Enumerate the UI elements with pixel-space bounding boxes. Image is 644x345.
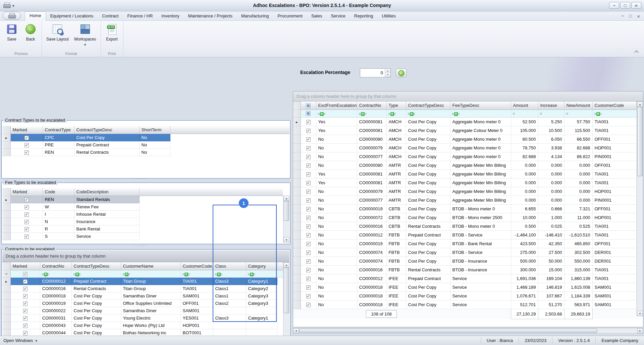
row-checkbox-cell[interactable]: [10, 225, 43, 232]
grid-cell[interactable]: BTOB - Bank Rental: [450, 239, 511, 248]
grid-cell[interactable]: 6.050: [538, 135, 564, 143]
grid-cell[interactable]: TIA001: [592, 265, 637, 274]
tab-reporting[interactable]: Reporting: [350, 12, 377, 20]
grid-cell[interactable]: TIA001: [180, 285, 213, 292]
grid-cell[interactable]: CO0000077: [357, 152, 386, 161]
grid-cell[interactable]: PIN0001: [592, 152, 637, 161]
grid-cell[interactable]: IFEE: [386, 291, 406, 300]
checkbox-checked-icon[interactable]: [24, 198, 29, 202]
grid-cell[interactable]: Inhouse Rental: [74, 210, 139, 218]
column-header-contracttypedesc[interactable]: ContractTypeDesc: [74, 126, 139, 134]
grid-cell[interactable]: CPC: [43, 134, 74, 141]
grid-cell[interactable]: TIA001: [592, 117, 637, 126]
grid-cell[interactable]: BTOB - Service: [450, 230, 511, 239]
grid-cell[interactable]: 0.000: [511, 178, 538, 187]
grid-cell[interactable]: YES001: [180, 314, 213, 322]
scrollbar-thumb[interactable]: [284, 268, 289, 313]
grid-cell[interactable]: CO0000079: [357, 187, 386, 196]
grid-cell[interactable]: CO0000018: [40, 292, 71, 299]
grid-cell[interactable]: SAM001: [592, 283, 637, 291]
tab-maintenance-projects[interactable]: Maintenance / Projects: [184, 12, 237, 20]
grid-cell[interactable]: 42.350: [538, 239, 564, 248]
tab-equipment-locations[interactable]: Equipment / Locations: [46, 12, 98, 20]
filter-cell[interactable]: =: [538, 110, 564, 117]
grid-cell[interactable]: OFF001: [592, 204, 637, 213]
grid-cell[interactable]: No: [316, 143, 357, 152]
grid-cell[interactable]: Service: [450, 291, 511, 300]
table-row[interactable]: CO0000012Prepaid ContractTitan GroupTIA0…: [2, 277, 283, 285]
scrollbar-track[interactable]: [283, 201, 289, 237]
close-button[interactable]: [631, 2, 641, 9]
checkbox-checked-icon[interactable]: [24, 205, 29, 209]
grid-cell[interactable]: No: [316, 222, 357, 230]
grid-cell[interactable]: 15.000: [538, 265, 564, 274]
grid-cell[interactable]: 50.000: [538, 257, 564, 265]
splitter-handle[interactable]: [134, 178, 147, 180]
row-checkbox-cell[interactable]: [301, 126, 316, 135]
grid-cell[interactable]: Titan Group: [121, 285, 180, 292]
scroll-down-icon[interactable]: [283, 237, 289, 243]
row-checkbox-cell[interactable]: [10, 203, 43, 210]
checkbox-checked-icon[interactable]: [24, 136, 29, 140]
grid-cell[interactable]: No: [316, 300, 357, 309]
grid-cell[interactable]: 0.000: [538, 161, 564, 169]
row-checkbox-cell[interactable]: [301, 152, 316, 161]
tab-sales[interactable]: Sales: [307, 12, 327, 20]
grid-cell[interactable]: BOT0001: [180, 329, 213, 336]
column-header-increase[interactable]: Increase: [538, 101, 564, 110]
grid-cell[interactable]: 0.000: [564, 178, 592, 187]
vertical-scrollbar[interactable]: [637, 101, 643, 316]
column-header-marked[interactable]: Marked: [10, 126, 43, 134]
grid-cell[interactable]: CO0000031: [40, 314, 71, 322]
row-checkbox-cell[interactable]: [301, 239, 316, 248]
scroll-up-icon[interactable]: [637, 101, 643, 107]
grid-cell[interactable]: 11.000: [564, 213, 592, 222]
table-row[interactable]: YesCO0000081AMCHCost Per CopyAggregate C…: [293, 126, 637, 135]
grid-cell[interactable]: Cost Per Copy: [406, 169, 450, 178]
grid-cell[interactable]: BTOB - Mono meter 2500: [450, 213, 511, 222]
column-header-customercode[interactable]: CustomerCode: [180, 262, 213, 270]
grid-cell[interactable]: 1,860.139: [564, 274, 592, 283]
filter-cell[interactable]: aBc: [592, 110, 637, 117]
grid-cell[interactable]: No: [316, 196, 357, 204]
grid-cell[interactable]: 465.850: [564, 239, 592, 248]
checkbox-checked-icon[interactable]: [306, 163, 311, 168]
grid-cell[interactable]: CBTB: [386, 222, 406, 230]
row-checkbox-cell[interactable]: [10, 299, 40, 307]
table-row[interactable]: NoCO0000074FBTBCost Per CopyBTOB - Servi…: [293, 248, 637, 257]
row-checkbox-cell[interactable]: [301, 213, 316, 222]
row-checkbox-cell[interactable]: [301, 265, 316, 274]
checkbox-checked-icon[interactable]: [23, 301, 28, 306]
grid-cell[interactable]: Aggregate Colour Meter 0: [450, 126, 511, 135]
grid-cell[interactable]: Insurance: [74, 218, 139, 225]
checkbox-checked-icon[interactable]: [306, 259, 311, 264]
grid-cell[interactable]: 51.270: [538, 300, 564, 309]
grid-cell[interactable]: [246, 307, 277, 314]
grid-cell[interactable]: Cost Per Copy: [406, 239, 450, 248]
tab-utilities[interactable]: Utilities: [377, 12, 400, 20]
grid-cell[interactable]: Cost Per Copy: [406, 117, 450, 126]
row-checkbox-cell[interactable]: [301, 257, 316, 265]
grid-cell[interactable]: 300.000: [511, 265, 538, 274]
row-checkbox-cell[interactable]: [10, 277, 40, 285]
grid-cell[interactable]: Cost Per Copy: [406, 283, 450, 291]
row-checkbox-cell[interactable]: [10, 232, 43, 240]
filter-cell[interactable]: [10, 270, 40, 277]
grid-cell[interactable]: 500.000: [511, 257, 538, 265]
grid-cell[interactable]: 10.500: [538, 126, 564, 135]
grid-cell[interactable]: I: [43, 210, 74, 218]
application-menu-button[interactable]: [3, 12, 21, 20]
grid-cell[interactable]: Category3: [246, 299, 277, 307]
row-checkbox-cell[interactable]: [10, 218, 43, 225]
grid-cell[interactable]: BTOB - Mono meter 0: [450, 204, 511, 213]
grid-cell[interactable]: CO0000019: [40, 299, 71, 307]
grid-cell[interactable]: Bothas Networking inc: [121, 329, 180, 336]
grid-cell[interactable]: CO0000018: [357, 283, 386, 291]
grid-cell[interactable]: Aggregate Meter Min Billing: [450, 187, 511, 196]
grid-cell[interactable]: 6.655: [511, 204, 538, 213]
grid-cell[interactable]: No: [316, 187, 357, 196]
checkbox-checked-icon[interactable]: [23, 324, 28, 328]
grid-cell[interactable]: BTOB - Insurance: [450, 265, 511, 274]
filter-cell[interactable]: aBc: [40, 270, 71, 277]
checkbox-checked-icon[interactable]: [306, 146, 311, 150]
